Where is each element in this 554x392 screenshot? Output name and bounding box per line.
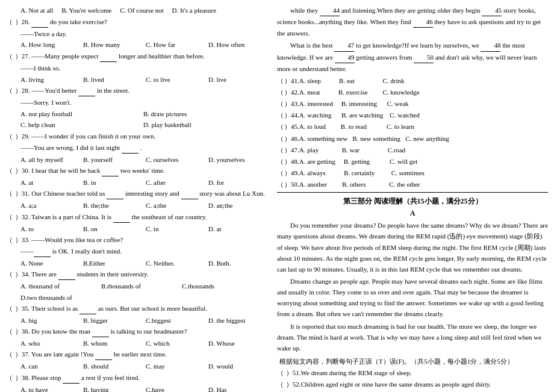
judge-51: （ ）51.We dream during the REM stage of s…	[277, 367, 548, 378]
q28-optionC: C. help clean D. play basketball	[6, 119, 271, 130]
q26-options2: A. How long B. How many C. How far D. Ho…	[6, 39, 271, 50]
q28-main: （ ）28. ——You'd better in the street.	[6, 85, 271, 96]
q27-options: A. living B. lived C. to live D. live	[6, 74, 271, 85]
q28-line2: ——Sorry. I won't.	[6, 97, 271, 108]
passage-a-title: A	[277, 209, 548, 218]
q26-top: A. Not at all B. You're welcome C. Of co…	[6, 5, 271, 16]
options-section: （）41.A. sleep B. eat C. drink （）42.A. me…	[277, 75, 548, 190]
q33-line2: —— is OK. I really don't mind.	[6, 246, 271, 257]
q38-main: （ ）38. Please stop a rest if you feel ti…	[6, 372, 271, 384]
q37-options: A. can B. should C. may D. would	[6, 361, 271, 372]
opt-49: （）49.A. always B. certainly C. somtimes	[277, 167, 548, 178]
left-column: A. Not at all B. You're welcome C. Of co…	[6, 5, 271, 392]
opt-42: （）42.A. meat B. exercise C. knowledge	[277, 87, 548, 98]
opt-45: （）45.A. to loud B. to read C. to learn	[277, 121, 548, 132]
judge-52: （ ）52.Children aged eight or nine have t…	[277, 379, 548, 390]
q33-main: （ ）33. ——Would you like tea or coffee?	[6, 234, 271, 245]
q36-options: A. who B. whom C. which D. Whose	[6, 338, 271, 349]
q35-main: （ ）35. Their school is as as ours. But o…	[6, 303, 271, 314]
opt-50: （）50.A. another B. others C. the other	[277, 179, 548, 190]
q27-main: （ ）27. ——Many people expect longer and h…	[6, 51, 271, 62]
passage-a-p1: Do you remember your dreams? Do people h…	[277, 220, 548, 275]
q36-main: （ ）36. Do you know the man is talking to…	[6, 326, 271, 337]
q30-options: A. at B. in C. after D. for	[6, 177, 271, 188]
q32-options: A. to B. on C. in D. at	[6, 223, 271, 234]
q32-main: （ ）32. Taiwan is a part of China. It is …	[6, 211, 271, 223]
judge-header: 根据短文内容，判断每句子正误（T）误(F)。（共5小题，每小题1分，满分5分）	[277, 356, 548, 367]
passage-r2: What is the best 47 to get knowledge?If …	[277, 40, 548, 73]
q38-options: A. to have B. having C.have D. Has	[6, 384, 271, 392]
right-column: while they 44 and listening.When they ar…	[277, 5, 548, 392]
q31-options: A. a;a B. the;the C. a;the D. an;the	[6, 200, 271, 211]
q26-options: ——Twice a day.	[6, 28, 271, 39]
passage-a-p2: Dreams change as people age. People may …	[277, 276, 548, 320]
q27-line2: ——I think so.	[6, 63, 271, 73]
q29-line2: ——You are wrong. I did it last night .	[6, 142, 271, 154]
q29-options: A. all by myself B. yourself C. ourselve…	[6, 154, 271, 165]
opt-48: （）48.A. are getting B. getting C. will g…	[277, 156, 548, 167]
q34-optionAB: A. thousand of B.thousands of C.thousand…	[6, 281, 271, 302]
passage-cont: while they 44 and listening.When they ar…	[277, 5, 548, 39]
opt-44: （）44.A. watching B. are watching C. watc…	[277, 110, 548, 120]
q33-options: A. None B.Either C. Neither. D. Both.	[6, 258, 271, 269]
q26-main: （ ）26. do you take exercise?	[6, 16, 271, 28]
q34-main: （ ）34. There are students in their unive…	[6, 269, 271, 280]
q37-main: （ ）37. You are late again !You be earlie…	[6, 349, 271, 360]
q28-optionA: A. not play football B. draw pictures	[6, 108, 271, 119]
q31-main: （ ）31. Our Chinese teacher told us inter…	[6, 188, 271, 199]
q35-options: A. big B. bigger C.biggest D. the bigges…	[6, 315, 271, 326]
opt-41: （）41.A. sleep B. eat C. drink	[277, 75, 548, 86]
q29-main: （ ）29. ——I wonder if you can finish it o…	[6, 131, 271, 142]
page-container: A. Not at all B. You're welcome C. Of co…	[0, 0, 554, 392]
passage-a-p3: It is reported that too much dreaming is…	[277, 321, 548, 353]
section3-header: 第三部分 阅读理解（共15小题，满分25分）	[277, 196, 548, 207]
opt-43: （）43.A. interested B. interesting C. wea…	[277, 98, 548, 109]
opt-46: （）46.A. something new B. new something C…	[277, 133, 548, 144]
q30-main: （ ）30. I hear that he will be back two w…	[6, 165, 271, 176]
opt-47: （）47.A. play B. war C.road	[277, 145, 548, 155]
